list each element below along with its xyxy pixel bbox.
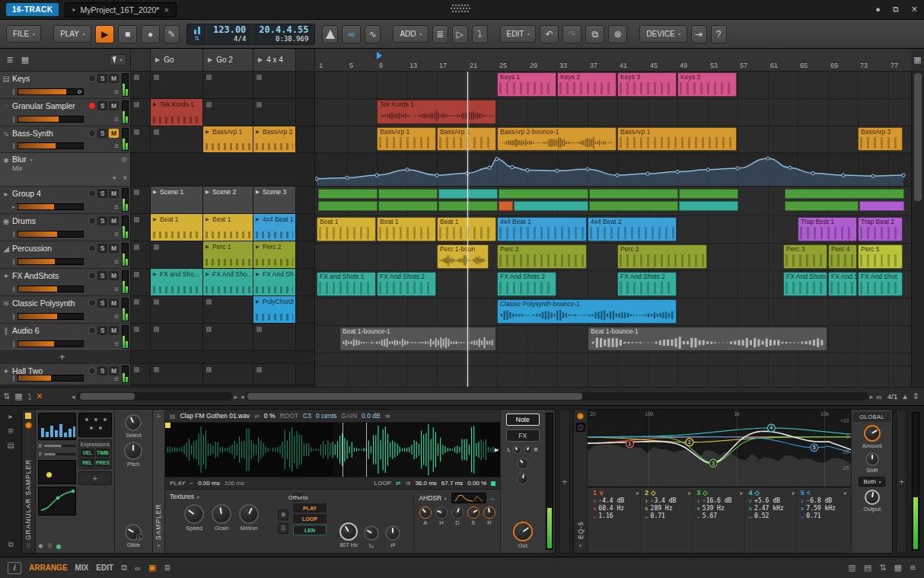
record-arm-button[interactable] [88,129,96,137]
automation-lanes-icon[interactable]: ≣ [164,563,170,573]
launcher-hscroll-thumb[interactable] [80,393,135,400]
undo-icon[interactable]: ↶ [540,25,559,43]
group-mini-clip[interactable] [378,201,438,211]
group-mini-clip[interactable] [438,189,498,199]
volume-fader[interactable] [18,286,84,292]
arranger-hscroll[interactable]: ◂ ▸ [241,392,873,401]
punch-in-icon[interactable]: ⤵ [472,25,488,43]
empty-clip-slot[interactable] [203,296,253,323]
arranger-clip[interactable]: FX And Shots 3 [828,272,857,296]
offset-len-button[interactable]: LEN [293,525,326,535]
loop-length-value[interactable]: 67.7 ms [441,480,463,487]
solo-button[interactable]: S [97,244,107,253]
drag-handle-icon[interactable]: ⠿ [26,543,30,550]
snap-up-icon[interactable]: ▴ [903,391,907,401]
mute-button[interactable]: M [109,299,119,308]
mixer-panel-icon[interactable]: ▥ [848,563,855,573]
arranger-clip[interactable]: 4x4 Beat 2 [588,217,677,241]
device-menu-button[interactable]: DEVICE▾ [639,25,687,43]
metronome-button[interactable] [322,25,338,43]
scene-sort-icon[interactable]: ⇅ [3,391,10,401]
arranger-clip[interactable]: FX And Shots 2 [497,272,556,296]
speed-knob[interactable] [184,504,204,524]
scroll-right-icon[interactable]: ▸ [870,393,874,401]
delete-icon[interactable]: ⊗ [608,25,627,43]
empty-clip-slot[interactable] [151,126,203,152]
fader-dot[interactable] [78,90,81,94]
eq-band-5-freq[interactable]: ⇅7.59 kHz [801,505,846,512]
modulator-list-tab-icon[interactable]: ≣ [8,426,14,435]
stop-button[interactable]: ■ [118,25,137,43]
send-knob-1[interactable] [517,458,528,469]
track-header-bass-synth[interactable]: ∿Bass-Synth∥SM≡ [0,126,130,153]
arranger-clip[interactable]: Perc 3 [783,244,827,269]
record-arm-button[interactable] [88,190,96,197]
device-panel-icon[interactable]: ▦ [894,563,901,573]
volume-fader[interactable] [18,375,84,382]
automation-curve[interactable] [315,153,911,186]
arranger-clip[interactable]: Perc 1-boun [437,244,489,269]
empty-clip-slot[interactable] [253,72,296,98]
empty-clip-slot[interactable] [253,324,296,350]
eq-band-1-q[interactable]: ◡1.16 [593,513,638,519]
solo-button[interactable]: S [97,271,107,280]
volume-fader[interactable] [18,88,84,95]
sample-start-handle[interactable] [165,423,170,428]
group-mini-clip[interactable] [378,189,438,199]
preset-tab-icon[interactable]: ▤ [7,441,14,449]
record-arm-button[interactable] [88,272,96,279]
launcher-hscroll[interactable]: ◂ ▸ [72,392,237,401]
eq-band-2-freq[interactable]: ⇅289 Hz [645,505,690,512]
eq-band-4-q[interactable]: ◡0.52 [749,513,794,519]
tempo-nudge-icon[interactable]: ⇅ [194,35,199,42]
launcher-clip[interactable]: ▶Beat 1 [203,214,253,241]
arranger-clip[interactable]: FX And Shots 2 [617,272,677,296]
edit-view-tab[interactable]: EDIT [96,564,113,572]
dual-display-icon[interactable]: ⧉ [121,563,127,573]
track-menu-icon[interactable]: ≡ [114,340,119,348]
mod-steps-display[interactable] [38,413,76,440]
arranger-clip[interactable]: Keys 1 [497,72,556,97]
loop-start-marker[interactable] [343,423,343,477]
empty-clip-slot[interactable] [151,324,203,350]
group-mini-clip[interactable] [589,189,678,199]
expression-rel-button[interactable]: REL [81,458,94,467]
solo-button[interactable]: S [97,366,107,375]
volume-fader[interactable] [18,203,84,210]
scene-header-go[interactable]: ▶Go [151,49,203,71]
eq-band-5-gain[interactable]: ↕-6.8 dB [801,497,846,504]
group-mini-clip[interactable] [318,189,378,199]
mute-button[interactable]: M [109,244,119,253]
scene-header-4-x-4[interactable]: ▶4 x 4 [253,49,296,71]
track-list-view-icon[interactable]: ≣ [4,53,16,67]
solo-button[interactable]: S [97,74,107,83]
textures-title[interactable]: Textures [170,493,194,500]
scene-header-go-2[interactable]: ▶Go 2 [203,49,253,71]
volume-fader[interactable] [18,340,84,347]
eq-band-3-gain[interactable]: ↕-16.6 dB [697,497,742,504]
mute-button[interactable]: M [109,326,119,335]
granular-device-title[interactable]: GRANULAR SAMPLER [24,432,32,540]
eq-shift-knob[interactable] [865,452,879,466]
hold-knob[interactable] [435,506,448,519]
group-mini-clip[interactable] [859,201,904,211]
automation-lane-header[interactable]: ✱Blur▾◎Mix+× [0,153,130,187]
volume-fader[interactable] [18,258,84,265]
pin-icon[interactable]: ◎ [121,155,127,163]
track-header-audio-6[interactable]: ∥Audio 6∥SM≡ [0,324,130,351]
empty-clip-slot[interactable] [203,72,253,98]
track-menu-icon[interactable]: ≡ [114,231,119,238]
arranger-clip[interactable]: Beat 1-bounce-1 [588,327,827,351]
expression-pres-button[interactable]: PRES [96,458,110,467]
stretch-amount[interactable]: 0 % [264,412,276,420]
empty-clip-slot[interactable] [151,296,203,323]
volume-fader[interactable] [18,313,84,320]
eq-mod-icon[interactable]: ⬡ [576,423,585,432]
insert-device-icon[interactable]: ⇥ [691,25,707,43]
launcher-clip[interactable]: ▶FX And Sho... [203,269,253,295]
arranger-clip[interactable]: Trap Beat 2 [858,217,903,241]
restore-window-icon[interactable]: ⧉ [893,5,899,14]
tempo-tap-display[interactable]: ⇅ [187,24,207,44]
group-mini-clip[interactable] [318,201,378,211]
clip-stop-button[interactable] [131,241,151,268]
